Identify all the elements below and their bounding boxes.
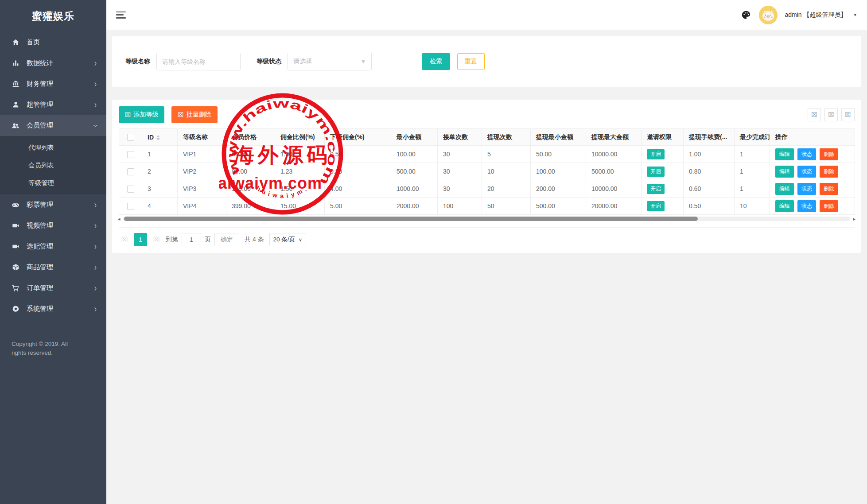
column-header-3: 会员价格 [226, 129, 275, 146]
status-button[interactable]: 状态 [797, 183, 816, 195]
page-size-caret-icon: ∨ [299, 237, 302, 243]
page-size-select[interactable]: 20 条/页 ∨ [269, 233, 307, 246]
cell-commission: 1.56 [275, 180, 325, 198]
column-header-1[interactable]: ID [142, 129, 178, 146]
goto-confirm-button[interactable]: 确定 [214, 233, 239, 246]
sidebar-item-label: 订单管理 [27, 284, 94, 292]
table-tool-button-2[interactable]: ☒ [824, 108, 838, 121]
batch-delete-button[interactable]: ☒批量删除 [171, 106, 217, 123]
user-avatar[interactable] [759, 6, 778, 24]
sidebar-item-stats[interactable]: 数据统计› [0, 53, 106, 74]
toolbar-left: ☒添加等级 ☒批量删除 [119, 106, 218, 123]
cell-min_amount: 1000.00 [391, 180, 438, 198]
status-button[interactable]: 状态 [797, 200, 816, 212]
column-header-11: 邀请权限 [642, 129, 684, 146]
total-count-label: 共 4 条 [245, 236, 264, 244]
scrollbar-track[interactable] [123, 217, 850, 221]
sidebar-subitem-members-2[interactable]: 会员列表 [0, 156, 106, 174]
delete-row-button[interactable]: 删除 [820, 200, 838, 212]
edit-button[interactable]: 编辑 [775, 148, 794, 160]
sort-icon[interactable] [156, 135, 160, 140]
delete-row-button[interactable]: 删除 [820, 148, 838, 160]
chevron-right-icon: › [94, 241, 97, 252]
row-checkbox[interactable] [127, 203, 134, 210]
scroll-right-icon[interactable]: ▸ [853, 216, 855, 222]
goto-page-input[interactable] [182, 233, 201, 246]
edit-button[interactable]: 编辑 [775, 200, 794, 212]
theme-palette-icon[interactable] [740, 9, 752, 21]
cell-order_count: 30 [438, 163, 482, 180]
level-status-select[interactable]: 请选择 ▼ [288, 53, 372, 70]
cell-sub_commission: 0.80 [325, 163, 391, 180]
edit-button[interactable]: 编辑 [775, 166, 794, 178]
row-checkbox[interactable] [127, 186, 134, 193]
status-button[interactable]: 状态 [797, 148, 816, 160]
cell-actions: 编辑状态删除 [770, 198, 855, 215]
edit-button[interactable]: 编辑 [775, 183, 794, 195]
delete-row-button[interactable]: 删除 [820, 166, 838, 178]
sidebar-item-finance[interactable]: 财务管理› [0, 74, 106, 94]
row-checkbox[interactable] [127, 168, 134, 175]
main-area: admin 【超级管理员】 ▾ 等级名称 等级状态 请选择 ▼ 检索 重置 [106, 0, 867, 504]
cell-withdraw_min: 500.00 [531, 198, 586, 215]
sidebar-subitem-members-3[interactable]: 等级管理 [0, 174, 106, 192]
sidebar-item-video[interactable]: 视频管理› [0, 215, 106, 236]
sidebar-item-admins[interactable]: 超管管理› [0, 94, 106, 115]
sidebar-item-system[interactable]: 系统管理› [0, 299, 106, 319]
tool-icon-1: ☒ [811, 111, 817, 119]
user-dropdown[interactable]: admin 【超级管理员】 [785, 11, 847, 19]
reset-button[interactable]: 重置 [457, 53, 485, 70]
sidebar-subitem-members-1[interactable]: 代理列表 [0, 139, 106, 156]
table-toolbar: ☒添加等级 ☒批量删除 ☒ ☒ ☒ [119, 106, 855, 123]
sidebar-item-lottery[interactable]: 彩票管理› [0, 194, 106, 215]
add-icon: ☒ [125, 111, 131, 119]
sidebar-item-goods[interactable]: 商品管理› [0, 257, 106, 278]
sidebar-item-xuanfei[interactable]: 选妃管理› [0, 236, 106, 257]
chart-icon [12, 59, 19, 67]
cell-min_amount: 500.00 [391, 163, 438, 180]
copyright-text: Copyright © 2019. All rights reserved. [12, 340, 82, 357]
next-page-button[interactable]: ☒ [151, 235, 162, 244]
level-name-input[interactable] [156, 53, 241, 70]
search-button[interactable]: 检索 [422, 53, 450, 70]
status-button[interactable]: 状态 [797, 166, 816, 178]
add-level-button[interactable]: ☒添加等级 [119, 106, 164, 123]
column-header-7: 接单次数 [438, 129, 482, 146]
column-header-13: 最少完成订单 [735, 129, 770, 146]
sidebar-toggle-icon[interactable] [116, 12, 126, 19]
page-number-1[interactable]: 1 [134, 233, 147, 246]
table-tool-button-1[interactable]: ☒ [808, 108, 821, 121]
cell-order_count: 30 [438, 180, 482, 198]
user-icon [12, 101, 19, 109]
invite-status-badge: 开启 [647, 167, 665, 177]
cell-min_orders: 1 [735, 180, 770, 198]
sidebar-item-home[interactable]: 首页 [0, 32, 106, 53]
chevron-right-icon: › [94, 262, 97, 273]
sidebar-item-orders[interactable]: 订单管理› [0, 278, 106, 299]
cell-withdraw_count: 50 [482, 198, 531, 215]
select-caret-icon: ▼ [361, 58, 366, 65]
scroll-left-icon[interactable]: ◂ [118, 216, 121, 222]
chevron-right-icon: › [94, 199, 97, 210]
cell-min_orders: 1 [735, 163, 770, 180]
app-title: 蜜獾娱乐 [0, 0, 106, 32]
cell-commission: 1.23 [275, 163, 325, 180]
select-all-checkbox[interactable] [127, 134, 134, 141]
delete-row-button[interactable]: 删除 [820, 183, 838, 195]
table-tool-button-3[interactable]: ☒ [841, 108, 855, 121]
cube-icon [12, 264, 19, 271]
scrollbar-thumb[interactable] [124, 217, 698, 221]
row-checkbox[interactable] [127, 151, 134, 158]
sidebar-item-members[interactable]: 会员管理› [0, 115, 106, 136]
cell-fee: 0.80 [684, 163, 735, 180]
column-header-2: 等级名称 [178, 129, 226, 146]
video-icon [12, 243, 19, 251]
cell-invite: 开启 [642, 146, 684, 163]
prev-page-button[interactable]: ☒ [119, 235, 130, 244]
cell-min_amount: 100.00 [391, 146, 438, 163]
cell-invite: 开启 [642, 180, 684, 198]
chevron-right-icon: › [94, 78, 97, 89]
column-header-10: 提现最大金额 [586, 129, 642, 146]
cell-actions: 编辑状态删除 [770, 146, 855, 163]
user-caret-down-icon[interactable]: ▾ [854, 12, 856, 18]
